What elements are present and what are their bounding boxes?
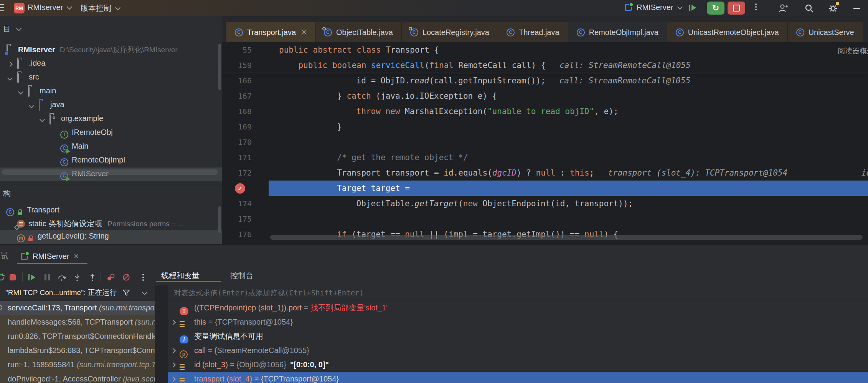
code-line-171[interactable]: 171/* get the remote object */ (222, 150, 868, 165)
frame-row[interactable]: serviceCall:173, Transport (sun.rmi.tran… (0, 301, 155, 315)
tab-console[interactable]: 控制台 (230, 270, 253, 281)
tree-item-RMIserver[interactable]: RMIserverD:\Security\java\反序列化\RMIserver (0, 43, 222, 57)
tab-Transport.java[interactable]: CTransport.java× (226, 22, 315, 42)
chevron-down-icon[interactable] (40, 117, 45, 122)
vertical-scrollbar[interactable] (218, 44, 221, 90)
line-number[interactable]: 171 (222, 150, 252, 165)
run-config-selector[interactable]: RMIServer (625, 3, 682, 12)
tree-item-src[interactable]: src (0, 71, 222, 85)
variable-row[interactable]: !((TCPEndpoint)ep (slot_1)).port = 找不到局部… (168, 301, 868, 315)
tree-item-.idea[interactable]: .idea (0, 57, 222, 71)
pause-button[interactable] (41, 271, 54, 284)
project-panel-header[interactable]: 目 (3, 24, 21, 34)
chevron-down-icon[interactable] (18, 89, 23, 95)
tab-UnicastRemoteObject.java[interactable]: CUnicastRemoteObject.java (667, 22, 788, 42)
tab-Thread.java[interactable]: CThread.java (498, 22, 568, 42)
filter-funnel-icon[interactable] (122, 288, 130, 297)
tab-ObjectTable.java[interactable]: CObjectTable.java (315, 22, 402, 42)
tree-item-Main[interactable]: CMain (0, 140, 222, 154)
code-line-170[interactable]: 170 (222, 134, 868, 150)
close-icon[interactable]: × (74, 251, 79, 261)
step-into-button[interactable] (71, 271, 84, 284)
structure-item[interactable]: static 类初始值设定项Permissions perms = ... (0, 217, 222, 230)
frame-row[interactable]: doPrivileged:-1, AccessController (java.… (0, 372, 155, 383)
code-line-168[interactable]: 168throw new MarshalException("unable to… (222, 104, 868, 119)
step-out-button[interactable] (86, 271, 99, 284)
step-over-button[interactable] (55, 271, 68, 284)
tree-item-RemoteObjImpl[interactable]: CRemoteObjImpl (0, 154, 222, 167)
horizontal-scrollbar[interactable] (2, 169, 218, 175)
editor-horizontal-scrollbar[interactable] (270, 235, 863, 240)
tab-UnicastServe[interactable]: CUnicastServe (788, 22, 863, 42)
code-line-176[interactable]: 176if (target == null || (impl = target.… (222, 227, 868, 242)
hamburger-icon[interactable] (0, 4, 4, 11)
tab-LocateRegistry.java[interactable]: CLocateRegistry.java (402, 22, 498, 42)
mute-breakpoints-button[interactable] (120, 271, 133, 284)
evaluate-expression-field[interactable]: 对表达式求值(Enter)或添加监视(Ctrl+Shift+Enter) (168, 285, 868, 300)
close-icon[interactable]: × (302, 27, 307, 37)
tree-item-IRemoteObj[interactable]: IIRemoteObj (0, 126, 222, 140)
vertical-scrollbar[interactable] (218, 206, 221, 233)
frame-row[interactable]: run0:826, TCPTransport$ConnectionHandler (0, 329, 155, 343)
variable-row[interactable]: transport (slot_4) = {TCPTransport@1054} (168, 372, 868, 383)
breakpoint-icon[interactable]: ✓ (235, 183, 245, 194)
stop-debug-button[interactable] (6, 271, 19, 284)
panel-splitter[interactable] (155, 285, 168, 383)
code-line-173[interactable]: ✓Target target = (222, 181, 868, 196)
chevron-right-icon[interactable] (7, 61, 13, 67)
rerun-button[interactable]: ↻ (707, 2, 724, 15)
view-breakpoints-button[interactable] (104, 271, 117, 284)
tree-item-org.example[interactable]: org.example (0, 112, 222, 126)
more-actions-button[interactable] (755, 6, 757, 8)
code-line-159[interactable]: 159public boolean serviceCall(final Remo… (222, 58, 868, 73)
chevron-right-icon[interactable] (170, 362, 176, 368)
debug-session-tab[interactable]: RMIServer × (21, 249, 79, 264)
resume-button[interactable] (25, 271, 38, 284)
minimize-button[interactable] (853, 8, 860, 9)
code-line-169[interactable]: 169} (222, 119, 868, 134)
code-line-55[interactable]: 55public abstract class Transport { (222, 42, 868, 58)
structure-item[interactable]: mgetLogLevel(): String (0, 230, 222, 244)
add-user-button[interactable] (778, 3, 788, 13)
line-number[interactable]: 175 (222, 211, 252, 227)
code-line-174[interactable]: 174ObjectTable.getTarget(new ObjectEndpo… (222, 196, 868, 211)
chevron-down-icon[interactable] (142, 290, 147, 295)
line-number[interactable]: 169 (222, 119, 252, 134)
line-number[interactable]: 166 (222, 73, 252, 88)
frame-row[interactable]: handleMessages:568, TCPTransport (sun.rm… (0, 315, 155, 329)
code-line-166[interactable]: 166id = ObjID.read(call.getInputStream()… (222, 73, 868, 88)
chevron-right-icon[interactable] (170, 320, 176, 325)
line-number[interactable]: 174 (222, 196, 252, 211)
line-number[interactable]: 159 (222, 58, 252, 73)
variable-row[interactable]: i变量调试信息不可用 (168, 329, 868, 343)
line-number[interactable]: 172 (222, 165, 252, 181)
frame-row[interactable]: run:-1, 1585955841 (sun.rmi.transport.tc… (0, 358, 155, 372)
variable-row[interactable]: this = {TCPTransport@1054} (168, 315, 868, 329)
tab-threads-variables[interactable]: 线程和变量 (161, 270, 200, 281)
tree-item-main[interactable]: main (0, 85, 222, 98)
settings-button[interactable] (828, 3, 838, 13)
code-line-175[interactable]: 175 (222, 211, 868, 227)
chevron-down-icon[interactable] (29, 103, 34, 108)
chevron-right-icon[interactable] (170, 348, 176, 353)
thread-selector[interactable]: "RMI TCP Con...untime": 正在运行 (0, 285, 155, 300)
vcs-menu[interactable]: 版本控制 (81, 3, 120, 13)
project-selector[interactable]: RMIserver (28, 3, 71, 12)
chevron-down-icon[interactable] (7, 75, 13, 81)
variable-row[interactable]: id (slot_3) = {ObjID@1056}"[0:0:0, 0]" (168, 358, 868, 372)
chevron-right-icon[interactable] (170, 376, 176, 382)
line-number[interactable]: 170 (222, 134, 252, 150)
line-number[interactable]: 168 (222, 104, 252, 119)
tab-RemoteObjImpl.java[interactable]: CRemoteObjImpl.java (568, 22, 667, 42)
resume-program-button[interactable] (689, 5, 696, 11)
structure-item[interactable]: CTransport (0, 204, 222, 217)
code-line-167[interactable]: 167} catch (java.io.IOException e) { (222, 88, 868, 104)
frame-row[interactable]: lambda$run$256:683, TCPTransport$Connec (0, 343, 155, 358)
search-button[interactable] (804, 3, 814, 13)
code-line-172[interactable]: 172Transport transport = id.equals(dgcID… (222, 165, 868, 181)
variable-row[interactable]: pcall = {StreamRemoteCall@1055} (168, 343, 868, 358)
line-number[interactable]: 167 (222, 88, 252, 104)
more-debug-actions-button[interactable] (137, 271, 150, 284)
line-number[interactable]: 55 (222, 42, 252, 58)
tree-item-java[interactable]: java (0, 98, 222, 112)
